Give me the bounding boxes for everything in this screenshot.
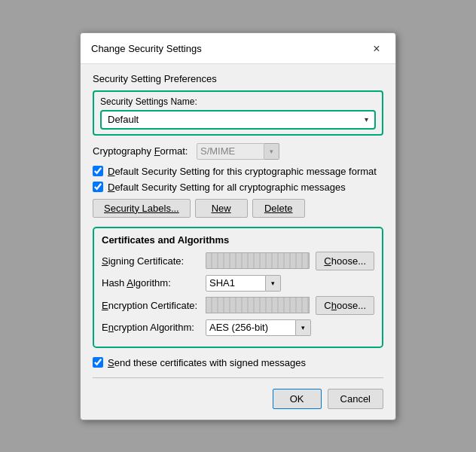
enc-algo-wrapper[interactable]: AES (256-bit) ▾ [206, 319, 311, 336]
bottom-buttons-row: OK Cancel [93, 386, 383, 409]
encryption-cert-label: Encryption Certificate: [102, 300, 200, 311]
certificates-title: Certificates and Algorithms [102, 234, 374, 246]
cryptography-label: Cryptography Format: [93, 145, 191, 157]
hash-algo-row: Hash Algorithm: SHA1 ▾ [102, 275, 374, 292]
encryption-algo-label: Encryption Algorithm: [102, 322, 200, 333]
dialog-body: Security Setting Preferences Security Se… [81, 64, 395, 420]
cryptography-select[interactable]: S/MIME [197, 143, 264, 160]
send-certs-checkbox[interactable] [93, 357, 103, 368]
new-button[interactable]: New [195, 199, 248, 218]
checkbox-default-format[interactable] [93, 166, 103, 176]
hash-arrow-icon: ▾ [266, 275, 281, 292]
cancel-button[interactable]: Cancel [328, 389, 383, 409]
dialog-title: Change Security Settings [91, 43, 202, 54]
checkbox-default-all-label: Default Security Setting for all cryptog… [108, 182, 346, 193]
security-name-label: Security Settings Name: [100, 96, 376, 107]
certificates-section: Certificates and Algorithms Signing Cert… [93, 227, 383, 348]
choose-signing-button[interactable]: Choose... [316, 252, 374, 270]
cryptography-row: Cryptography Format: S/MIME ▾ [93, 143, 383, 160]
security-labels-label: Security Labels... [104, 203, 179, 214]
title-bar: Change Security Settings × [81, 33, 395, 64]
encryption-algo-row: Encryption Algorithm: AES (256-bit) ▾ [102, 319, 374, 336]
hash-select[interactable]: SHA1 [206, 275, 266, 292]
delete-underline-icon: D [264, 203, 271, 214]
signing-cert-row: Signing Certificate: Choose... [102, 252, 374, 270]
action-buttons-row: Security Labels... New Delete [93, 199, 383, 218]
new-underline-icon: N [212, 203, 218, 214]
signing-cert-value [206, 252, 310, 269]
cryptography-select-wrapper[interactable]: S/MIME ▾ [197, 143, 279, 160]
choose-encryption-button[interactable]: Choose... [316, 296, 374, 315]
send-certs-row: Send these certificates with signed mess… [93, 357, 383, 368]
security-labels-button[interactable]: Security Labels... [93, 199, 191, 218]
checkbox-default-format-row: Default Security Setting for this crypto… [93, 166, 383, 177]
encryption-cert-row: Encryption Certificate: Choose... [102, 296, 374, 315]
checkbox-default-all-row: Default Security Setting for all cryptog… [93, 182, 383, 193]
enc-algo-arrow-icon: ▾ [296, 319, 311, 336]
encryption-algo-select[interactable]: AES (256-bit) [206, 319, 296, 336]
close-button[interactable]: × [368, 41, 385, 57]
footer-divider [93, 377, 383, 378]
delete-label: elete [271, 203, 292, 214]
security-name-input[interactable] [102, 111, 358, 128]
checkbox-default-all[interactable] [93, 182, 103, 192]
hash-algo-label: Hash Algorithm: [102, 277, 200, 289]
security-name-arrow-icon[interactable]: ▾ [358, 111, 374, 128]
new-label: ew [218, 203, 231, 214]
hash-select-wrapper[interactable]: SHA1 ▾ [206, 275, 281, 292]
send-certs-label: Send these certificates with signed mess… [108, 357, 306, 368]
signing-cert-label: Signing Certificate: [102, 255, 200, 267]
delete-button[interactable]: Delete [252, 199, 305, 218]
ok-button[interactable]: OK [273, 389, 322, 409]
change-security-settings-dialog: Change Security Settings × Security Sett… [80, 32, 396, 420]
section-preferences-title: Security Setting Preferences [93, 73, 383, 84]
encryption-cert-value [206, 297, 310, 313]
security-name-dropdown[interactable]: ▾ [100, 110, 376, 130]
cryptography-arrow-icon: ▾ [264, 143, 279, 160]
checkbox-default-format-label: Default Security Setting for this crypto… [108, 166, 377, 177]
